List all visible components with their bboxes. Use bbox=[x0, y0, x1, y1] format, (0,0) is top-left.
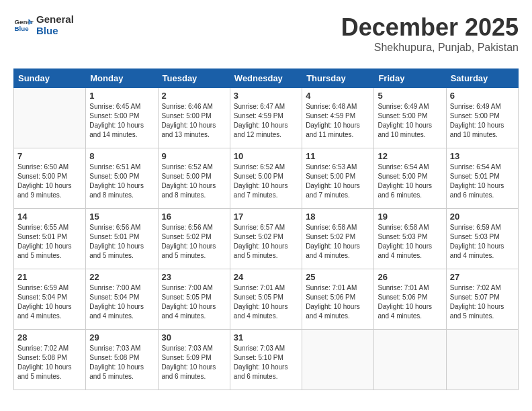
logo-line2: Blue bbox=[36, 25, 74, 36]
day-info: Sunrise: 7:01 AM Sunset: 5:06 PM Dayligh… bbox=[378, 283, 442, 321]
day-info: Sunrise: 6:53 AM Sunset: 5:00 PM Dayligh… bbox=[306, 163, 370, 200]
day-number: 29 bbox=[89, 332, 154, 342]
day-info: Sunrise: 7:01 AM Sunset: 5:05 PM Dayligh… bbox=[234, 283, 298, 321]
day-number: 9 bbox=[162, 151, 226, 161]
day-number: 26 bbox=[378, 272, 442, 282]
day-number: 12 bbox=[378, 151, 442, 161]
logo-icon: General Blue bbox=[13, 15, 34, 35]
calendar-cell: 21Sunrise: 6:59 AM Sunset: 5:04 PM Dayli… bbox=[14, 269, 86, 330]
day-number: 19 bbox=[378, 212, 442, 222]
calendar-cell bbox=[374, 330, 446, 390]
calendar-cell: 31Sunrise: 7:03 AM Sunset: 5:10 PM Dayli… bbox=[230, 330, 302, 390]
day-number: 6 bbox=[450, 91, 515, 101]
day-number: 22 bbox=[89, 272, 154, 282]
calendar-cell: 8Sunrise: 6:51 AM Sunset: 5:00 PM Daylig… bbox=[86, 148, 158, 209]
day-info: Sunrise: 6:56 AM Sunset: 5:01 PM Dayligh… bbox=[89, 223, 154, 261]
calendar-cell: 27Sunrise: 7:02 AM Sunset: 5:07 PM Dayli… bbox=[446, 269, 518, 330]
header-monday: Monday bbox=[86, 69, 158, 88]
day-info: Sunrise: 6:45 AM Sunset: 5:00 PM Dayligh… bbox=[89, 102, 154, 140]
day-info: Sunrise: 6:59 AM Sunset: 5:04 PM Dayligh… bbox=[17, 283, 82, 321]
day-info: Sunrise: 6:52 AM Sunset: 5:00 PM Dayligh… bbox=[234, 163, 298, 200]
calendar-cell: 12Sunrise: 6:54 AM Sunset: 5:00 PM Dayli… bbox=[374, 148, 446, 209]
day-number: 3 bbox=[234, 91, 298, 101]
calendar-cell: 16Sunrise: 6:56 AM Sunset: 5:02 PM Dayli… bbox=[158, 209, 230, 269]
day-number: 30 bbox=[162, 332, 226, 342]
day-number: 2 bbox=[162, 91, 226, 101]
day-number: 16 bbox=[162, 212, 226, 222]
day-info: Sunrise: 7:00 AM Sunset: 5:05 PM Dayligh… bbox=[162, 283, 226, 321]
day-info: Sunrise: 7:02 AM Sunset: 5:07 PM Dayligh… bbox=[450, 283, 515, 321]
day-number: 18 bbox=[306, 212, 370, 222]
calendar-cell: 14Sunrise: 6:55 AM Sunset: 5:01 PM Dayli… bbox=[14, 209, 86, 269]
day-info: Sunrise: 7:03 AM Sunset: 5:10 PM Dayligh… bbox=[234, 344, 298, 381]
day-info: Sunrise: 6:55 AM Sunset: 5:01 PM Dayligh… bbox=[17, 223, 82, 261]
day-info: Sunrise: 6:54 AM Sunset: 5:00 PM Dayligh… bbox=[378, 163, 442, 200]
calendar-cell: 23Sunrise: 7:00 AM Sunset: 5:05 PM Dayli… bbox=[158, 269, 230, 330]
calendar-cell: 30Sunrise: 7:03 AM Sunset: 5:09 PM Dayli… bbox=[158, 330, 230, 390]
day-info: Sunrise: 6:49 AM Sunset: 5:00 PM Dayligh… bbox=[450, 102, 515, 140]
calendar-cell bbox=[302, 330, 374, 390]
calendar-cell: 28Sunrise: 7:02 AM Sunset: 5:08 PM Dayli… bbox=[14, 330, 86, 390]
calendar-cell: 13Sunrise: 6:54 AM Sunset: 5:01 PM Dayli… bbox=[446, 148, 518, 209]
week-row-4: 21Sunrise: 6:59 AM Sunset: 5:04 PM Dayli… bbox=[14, 269, 519, 330]
header-wednesday: Wednesday bbox=[230, 69, 302, 88]
title-section: December 2025 Shekhupura, Punjab, Pakist… bbox=[341, 13, 519, 54]
week-row-1: 1Sunrise: 6:45 AM Sunset: 5:00 PM Daylig… bbox=[14, 88, 519, 148]
calendar-cell: 10Sunrise: 6:52 AM Sunset: 5:00 PM Dayli… bbox=[230, 148, 302, 209]
calendar-cell: 15Sunrise: 6:56 AM Sunset: 5:01 PM Dayli… bbox=[86, 209, 158, 269]
day-info: Sunrise: 6:49 AM Sunset: 5:00 PM Dayligh… bbox=[378, 102, 442, 140]
day-info: Sunrise: 7:02 AM Sunset: 5:08 PM Dayligh… bbox=[17, 344, 82, 381]
location-title: Shekhupura, Punjab, Pakistan bbox=[341, 42, 519, 54]
day-number: 23 bbox=[162, 272, 226, 282]
day-info: Sunrise: 6:50 AM Sunset: 5:00 PM Dayligh… bbox=[17, 163, 82, 200]
day-number: 8 bbox=[89, 151, 154, 161]
day-info: Sunrise: 6:52 AM Sunset: 5:00 PM Dayligh… bbox=[162, 163, 226, 200]
day-info: Sunrise: 7:03 AM Sunset: 5:08 PM Dayligh… bbox=[89, 344, 154, 381]
header-tuesday: Tuesday bbox=[158, 69, 230, 88]
calendar-cell: 17Sunrise: 6:57 AM Sunset: 5:02 PM Dayli… bbox=[230, 209, 302, 269]
header-sunday: Sunday bbox=[14, 69, 86, 88]
day-info: Sunrise: 6:46 AM Sunset: 5:00 PM Dayligh… bbox=[162, 102, 226, 140]
day-info: Sunrise: 6:58 AM Sunset: 5:03 PM Dayligh… bbox=[378, 223, 442, 261]
calendar-cell: 7Sunrise: 6:50 AM Sunset: 5:00 PM Daylig… bbox=[14, 148, 86, 209]
day-number: 15 bbox=[89, 212, 154, 222]
day-info: Sunrise: 6:56 AM Sunset: 5:02 PM Dayligh… bbox=[162, 223, 226, 261]
calendar-cell bbox=[14, 88, 86, 148]
week-row-3: 14Sunrise: 6:55 AM Sunset: 5:01 PM Dayli… bbox=[14, 209, 519, 269]
calendar-cell bbox=[446, 330, 518, 390]
calendar-cell: 19Sunrise: 6:58 AM Sunset: 5:03 PM Dayli… bbox=[374, 209, 446, 269]
day-number: 28 bbox=[17, 332, 82, 342]
calendar-cell: 20Sunrise: 6:59 AM Sunset: 5:03 PM Dayli… bbox=[446, 209, 518, 269]
day-number: 21 bbox=[17, 272, 82, 282]
header-saturday: Saturday bbox=[446, 69, 518, 88]
calendar-cell: 3Sunrise: 6:47 AM Sunset: 4:59 PM Daylig… bbox=[230, 88, 302, 148]
day-number: 14 bbox=[17, 212, 82, 222]
calendar-cell: 25Sunrise: 7:01 AM Sunset: 5:06 PM Dayli… bbox=[302, 269, 374, 330]
day-info: Sunrise: 6:54 AM Sunset: 5:01 PM Dayligh… bbox=[450, 163, 515, 200]
day-number: 10 bbox=[234, 151, 298, 161]
week-row-5: 28Sunrise: 7:02 AM Sunset: 5:08 PM Dayli… bbox=[14, 330, 519, 390]
day-info: Sunrise: 7:00 AM Sunset: 5:04 PM Dayligh… bbox=[89, 283, 154, 321]
day-number: 1 bbox=[89, 91, 154, 101]
logo-line1: General bbox=[36, 13, 74, 25]
logo: General Blue General Blue bbox=[13, 13, 74, 36]
calendar-cell: 11Sunrise: 6:53 AM Sunset: 5:00 PM Dayli… bbox=[302, 148, 374, 209]
day-info: Sunrise: 6:47 AM Sunset: 4:59 PM Dayligh… bbox=[234, 102, 298, 140]
calendar-cell: 26Sunrise: 7:01 AM Sunset: 5:06 PM Dayli… bbox=[374, 269, 446, 330]
calendar-header: SundayMondayTuesdayWednesdayThursdayFrid… bbox=[14, 69, 519, 88]
calendar-cell: 29Sunrise: 7:03 AM Sunset: 5:08 PM Dayli… bbox=[86, 330, 158, 390]
header-thursday: Thursday bbox=[302, 69, 374, 88]
day-number: 24 bbox=[234, 272, 298, 282]
day-number: 20 bbox=[450, 212, 515, 222]
calendar-cell: 18Sunrise: 6:58 AM Sunset: 5:02 PM Dayli… bbox=[302, 209, 374, 269]
day-number: 5 bbox=[378, 91, 442, 101]
svg-text:Blue: Blue bbox=[15, 25, 30, 32]
calendar-cell: 6Sunrise: 6:49 AM Sunset: 5:00 PM Daylig… bbox=[446, 88, 518, 148]
day-number: 13 bbox=[450, 151, 515, 161]
day-info: Sunrise: 6:57 AM Sunset: 5:02 PM Dayligh… bbox=[234, 223, 298, 261]
day-info: Sunrise: 6:58 AM Sunset: 5:02 PM Dayligh… bbox=[306, 223, 370, 261]
day-number: 4 bbox=[306, 91, 370, 101]
calendar-cell: 9Sunrise: 6:52 AM Sunset: 5:00 PM Daylig… bbox=[158, 148, 230, 209]
calendar-cell: 4Sunrise: 6:48 AM Sunset: 4:59 PM Daylig… bbox=[302, 88, 374, 148]
day-number: 11 bbox=[306, 151, 370, 161]
